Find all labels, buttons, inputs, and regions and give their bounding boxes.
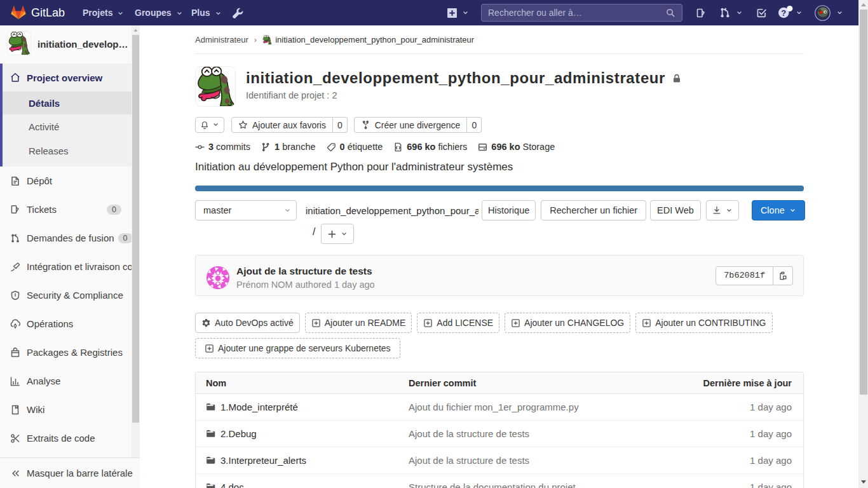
- svg-text:?: ?: [781, 8, 786, 18]
